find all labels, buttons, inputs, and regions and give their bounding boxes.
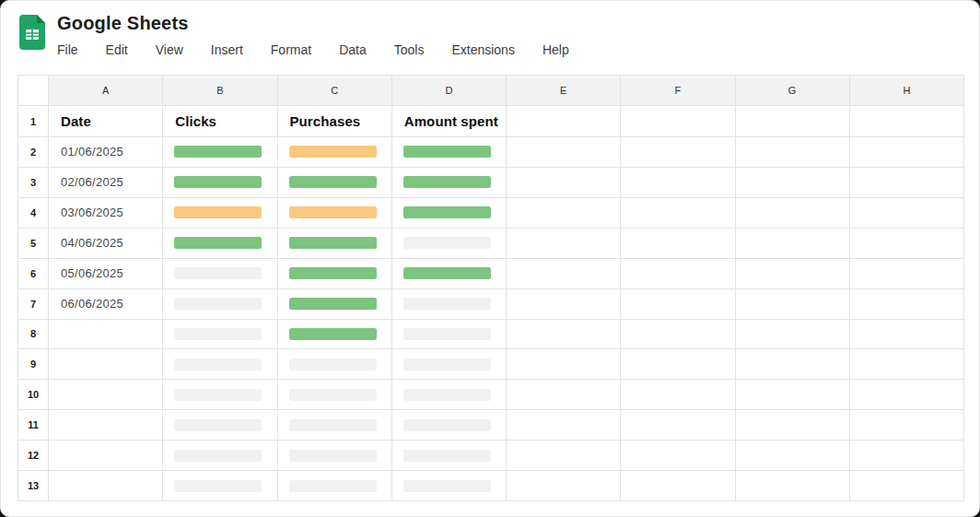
cell-e7[interactable] [507,289,621,320]
cell-c1[interactable]: Purchases [278,106,392,137]
row-header-12[interactable]: 12 [18,441,49,471]
menu-item-tools[interactable]: Tools [394,41,425,58]
cell-f2[interactable] [621,137,735,168]
cell-h11[interactable] [850,410,964,441]
column-header-g[interactable]: G [736,76,850,106]
cell-e12[interactable] [507,441,621,471]
cell-c8[interactable] [278,320,392,350]
menu-item-file[interactable]: File [57,41,78,58]
cell-a13[interactable] [49,471,163,501]
cell-h5[interactable] [850,229,964,259]
cell-c10[interactable] [278,380,392,410]
cell-h13[interactable] [850,471,964,501]
cell-c13[interactable] [278,471,392,501]
column-header-b[interactable]: B [163,76,277,106]
cell-c9[interactable] [278,349,392,380]
cell-h10[interactable] [850,380,964,410]
cell-e5[interactable] [507,229,621,259]
cell-e10[interactable] [507,380,621,410]
cell-g2[interactable] [736,137,850,168]
cell-c6[interactable] [278,259,392,289]
cell-e11[interactable] [507,410,621,441]
cell-d1[interactable]: Amount spent [392,106,507,137]
column-header-d[interactable]: D [392,76,507,106]
cell-e2[interactable] [507,137,621,168]
cell-f3[interactable] [621,168,735,198]
row-header-10[interactable]: 10 [18,380,49,410]
cell-a2[interactable]: 01/06/2025 [49,137,163,168]
cell-g4[interactable] [736,198,850,229]
cell-g8[interactable] [736,320,850,350]
cell-c2[interactable] [278,137,392,168]
row-header-7[interactable]: 7 [18,289,49,320]
cell-g1[interactable] [736,106,850,137]
column-header-c[interactable]: C [278,76,392,106]
cell-b4[interactable] [163,198,277,229]
cell-f10[interactable] [621,380,735,410]
menu-item-edit[interactable]: Edit [106,41,128,58]
menu-item-insert[interactable]: Insert [211,41,243,58]
menu-item-view[interactable]: View [156,41,183,58]
cell-e8[interactable] [507,320,621,350]
menu-item-format[interactable]: Format [271,41,311,58]
menu-item-extensions[interactable]: Extensions [451,41,514,58]
row-header-1[interactable]: 1 [18,106,49,137]
cell-b10[interactable] [163,380,277,410]
row-header-8[interactable]: 8 [18,320,49,350]
cell-c3[interactable] [278,168,392,198]
menu-item-data[interactable]: Data [339,41,367,58]
cell-g5[interactable] [736,229,850,259]
row-header-5[interactable]: 5 [18,229,49,259]
cell-h4[interactable] [850,198,964,229]
cell-c11[interactable] [278,410,392,441]
cell-b1[interactable]: Clicks [163,106,277,137]
cell-d3[interactable] [392,168,507,198]
row-header-6[interactable]: 6 [18,259,49,289]
cell-d8[interactable] [392,320,507,350]
row-header-4[interactable]: 4 [18,198,49,229]
row-header-9[interactable]: 9 [18,349,49,380]
cell-a6[interactable]: 05/06/2025 [49,259,163,289]
cell-h1[interactable] [850,106,964,137]
cell-g3[interactable] [736,168,850,198]
column-header-h[interactable]: H [850,76,964,106]
cell-a4[interactable]: 03/06/2025 [49,198,163,229]
cell-a11[interactable] [49,410,163,441]
cell-e3[interactable] [507,168,621,198]
cell-d5[interactable] [392,229,507,259]
cell-f12[interactable] [621,441,735,471]
row-header-13[interactable]: 13 [18,471,49,501]
cell-d12[interactable] [392,441,507,471]
cell-b13[interactable] [163,471,277,501]
cell-d13[interactable] [392,471,507,501]
cell-a12[interactable] [49,441,163,471]
row-header-2[interactable]: 2 [18,137,49,168]
cell-a5[interactable]: 04/06/2025 [49,229,163,259]
cell-d10[interactable] [392,380,507,410]
cell-g7[interactable] [736,289,850,320]
cell-e6[interactable] [507,259,621,289]
cell-b7[interactable] [163,289,277,320]
cell-e1[interactable] [507,106,621,137]
cell-a3[interactable]: 02/06/2025 [49,168,163,198]
cell-h12[interactable] [850,441,964,471]
cell-f4[interactable] [621,198,735,229]
cell-d11[interactable] [392,410,507,441]
cell-f5[interactable] [621,229,735,259]
cell-c5[interactable] [278,229,392,259]
cell-d2[interactable] [392,137,507,168]
cell-a9[interactable] [49,349,163,380]
cell-b8[interactable] [163,320,277,350]
cell-e4[interactable] [507,198,621,229]
cell-b2[interactable] [163,137,277,168]
cell-g12[interactable] [736,441,850,471]
cell-h7[interactable] [850,289,964,320]
cell-a1[interactable]: Date [49,106,163,137]
cell-g11[interactable] [736,410,850,441]
cell-h9[interactable] [850,349,964,380]
cell-c4[interactable] [278,198,392,229]
cell-g6[interactable] [736,259,850,289]
cell-f8[interactable] [621,320,735,350]
cell-f6[interactable] [621,259,735,289]
cell-e9[interactable] [507,349,621,380]
